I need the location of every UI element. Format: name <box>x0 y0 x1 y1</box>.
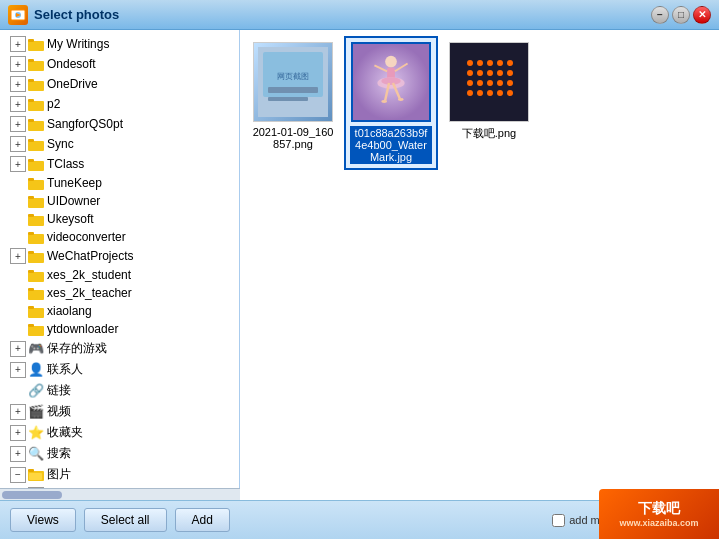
tree-label: UIDowner <box>47 194 100 208</box>
svg-rect-6 <box>28 61 44 71</box>
svg-rect-33 <box>28 306 34 309</box>
tree-item-pictures[interactable]: − 图片 <box>0 464 239 485</box>
tree-label: WeChatProjects <box>47 249 133 263</box>
tree-item-xes-student[interactable]: xes_2k_student <box>0 266 239 284</box>
svg-rect-9 <box>28 79 34 82</box>
svg-rect-30 <box>28 290 44 300</box>
tree-item-uidowner[interactable]: UIDowner <box>0 192 239 210</box>
folder-icon <box>28 269 44 282</box>
tree-label: 搜索 <box>47 445 71 462</box>
svg-point-79 <box>467 90 473 96</box>
expand-pictures[interactable]: − <box>10 467 26 483</box>
tree-label: ytdownloader <box>47 322 118 336</box>
expand-games[interactable]: + <box>10 341 26 357</box>
expand-favorites[interactable]: + <box>10 425 26 441</box>
tree-item-onedrive[interactable]: + OneDrive <box>0 74 239 94</box>
svg-point-70 <box>477 70 483 76</box>
tree-item-links[interactable]: 🔗 链接 <box>0 380 239 401</box>
svg-point-83 <box>507 90 513 96</box>
add-button[interactable]: Add <box>175 508 230 532</box>
links-icon: 🔗 <box>28 383 44 399</box>
svg-text:网页截图: 网页截图 <box>277 72 309 81</box>
svg-rect-25 <box>28 232 34 235</box>
svg-point-66 <box>487 60 493 66</box>
folder-icon <box>28 231 44 244</box>
expand-sync[interactable]: + <box>10 136 26 152</box>
tree-item-videoconverter[interactable]: videoconverter <box>0 228 239 246</box>
tree-item-my-writings[interactable]: + My Writings <box>0 34 239 54</box>
folder-open-icon <box>28 468 44 481</box>
tree-item-favorites[interactable]: + ⭐ 收藏夹 <box>0 422 239 443</box>
svg-rect-23 <box>28 214 34 217</box>
file-item-1[interactable]: 网页截图 2021-01-09_160857.png <box>248 38 338 168</box>
tree-item-p2[interactable]: + p2 <box>0 94 239 114</box>
tree-item-xes-teacher[interactable]: xes_2k_teacher <box>0 284 239 302</box>
expand-sangfor[interactable]: + <box>10 116 26 132</box>
tree-item-wechat[interactable]: + WeChatProjects <box>0 246 239 266</box>
folder-icon <box>28 38 44 51</box>
tree-item-tunekeeper[interactable]: TuneKeep <box>0 174 239 192</box>
tree-item-xiaolang[interactable]: xiaolang <box>0 302 239 320</box>
tree-label: xes_2k_teacher <box>47 286 132 300</box>
watermark-line1: 下载吧 <box>638 500 680 518</box>
tree-item-ondesoft[interactable]: + Ondesoft <box>0 54 239 74</box>
svg-rect-12 <box>28 121 44 131</box>
svg-rect-37 <box>28 469 34 472</box>
svg-point-81 <box>487 90 493 96</box>
tree-item-contacts[interactable]: + 👤 联系人 <box>0 359 239 380</box>
thumb-image-2 <box>353 44 429 120</box>
horizontal-scrollbar[interactable] <box>0 488 240 500</box>
tree-item-sangfor[interactable]: + SangforQS0pt <box>0 114 239 134</box>
tree-item-video[interactable]: + 🎬 视频 <box>0 401 239 422</box>
svg-rect-22 <box>28 216 44 226</box>
svg-rect-19 <box>28 178 34 181</box>
expand-tclass[interactable]: + <box>10 156 26 172</box>
expand-my-writings[interactable]: + <box>10 36 26 52</box>
motion-effect-checkbox[interactable] <box>552 514 565 527</box>
close-button[interactable]: ✕ <box>693 6 711 24</box>
file-panel[interactable]: 网页截图 2021-01-09_160857.png <box>240 30 719 500</box>
folder-icon <box>28 250 44 263</box>
views-button[interactable]: Views <box>10 508 76 532</box>
tree-label: Ondesoft <box>47 57 96 71</box>
tree-item-ukeysoft[interactable]: Ukeysoft <box>0 210 239 228</box>
scrollbar-thumb-h[interactable] <box>2 491 62 499</box>
expand-video[interactable]: + <box>10 404 26 420</box>
file-item-3[interactable]: 下载吧.png <box>444 38 534 168</box>
tree-panel[interactable]: + My Writings + Ondesoft + <box>0 30 240 500</box>
folder-icon <box>28 177 44 190</box>
expand-contacts[interactable]: + <box>10 362 26 378</box>
maximize-button[interactable]: □ <box>672 6 690 24</box>
svg-rect-15 <box>28 139 34 142</box>
svg-rect-50 <box>268 87 318 93</box>
tree-item-tclass[interactable]: + TClass <box>0 154 239 174</box>
expand-p2[interactable]: + <box>10 96 26 112</box>
tree-item-ytdownloader[interactable]: ytdownloader <box>0 320 239 338</box>
svg-rect-10 <box>28 101 44 111</box>
svg-rect-11 <box>28 99 34 102</box>
svg-rect-16 <box>28 161 44 171</box>
tree-label: 保存的游戏 <box>47 340 107 357</box>
tree-label: xiaolang <box>47 304 92 318</box>
folder-icon <box>28 213 44 226</box>
expand-search[interactable]: + <box>10 446 26 462</box>
expand-ondesoft[interactable]: + <box>10 56 26 72</box>
svg-point-69 <box>467 70 473 76</box>
folder-icon <box>28 98 44 111</box>
expand-onedrive[interactable]: + <box>10 76 26 92</box>
watermark: 下载吧 www.xiazaiba.com <box>599 489 719 539</box>
title-bar-buttons: − □ ✕ <box>651 6 711 24</box>
file-item-2[interactable]: t01c88a263b9f4e4b00_WaterMark.jpg <box>346 38 436 168</box>
svg-point-71 <box>487 70 493 76</box>
select-all-button[interactable]: Select all <box>84 508 167 532</box>
video-icon: 🎬 <box>28 404 44 420</box>
svg-rect-51 <box>268 97 308 101</box>
folder-icon <box>28 158 44 171</box>
minimize-button[interactable]: − <box>651 6 669 24</box>
title-bar: Select photos − □ ✕ <box>0 0 719 30</box>
expand-wechat[interactable]: + <box>10 248 26 264</box>
tree-item-sync[interactable]: + Sync <box>0 134 239 154</box>
svg-rect-5 <box>28 39 34 42</box>
tree-item-games[interactable]: + 🎮 保存的游戏 <box>0 338 239 359</box>
tree-item-search[interactable]: + 🔍 搜索 <box>0 443 239 464</box>
